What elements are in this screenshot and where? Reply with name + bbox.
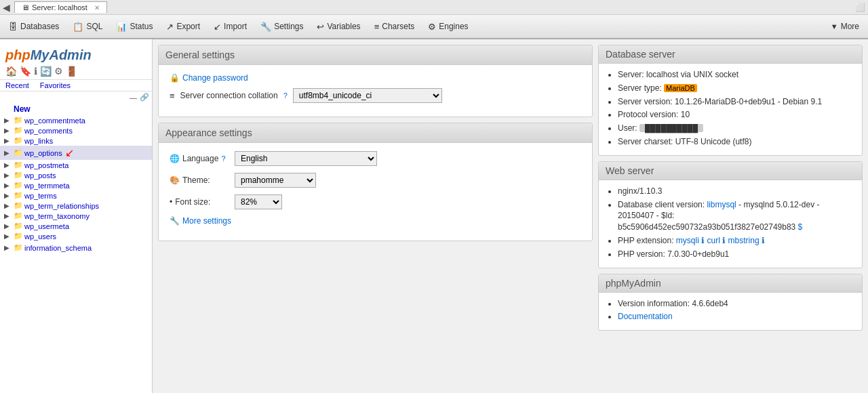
general-settings-title: General settings [165,49,235,60]
top-bar: ◀ 🖥 Server: localhost ✕ ⬜ [0,0,868,15]
web-server-body: nginx/1.10.3 Database client version: li… [599,180,862,268]
mbstring-link[interactable]: mbstring [728,236,760,245]
db-item-wp-term-relationships[interactable]: ▶ 📁 wp_term_relationships [0,201,152,211]
status-button[interactable]: 📊 Status [110,18,159,35]
change-password-link[interactable]: 🔒 Change password [170,73,248,83]
expand-icon[interactable]: ▶ [4,117,12,124]
curl-info-icon[interactable]: ℹ [722,236,726,245]
recent-tab[interactable]: Recent [0,80,35,91]
db-item-wp-options[interactable]: ▶ 📁 wp_options ↙ [0,146,152,160]
new-label: New [14,104,31,114]
charset-info: Server charset: UTF-8 Unicode (utf8) [618,136,854,148]
server-tab[interactable]: 🖥 Server: localhost ✕ [14,1,107,13]
settings-button[interactable]: 🔧 Settings [254,18,309,35]
web-server-title: Web server [606,165,654,176]
more-settings-link[interactable]: 🔧 More settings [170,216,231,226]
databases-button[interactable]: 🗄 Databases [3,18,65,35]
db-icon: 📁 [14,222,23,230]
db-item-wp-posts[interactable]: ▶ 📁 wp_posts [0,170,152,180]
db-icon: 📁 [14,201,23,210]
expand-icon[interactable]: ▶ [4,137,12,144]
user-value-masked: ██████████ [639,124,703,132]
db-item-wp-terms[interactable]: ▶ 📁 wp_terms [0,190,152,201]
import-button[interactable]: ↙ Import [208,18,253,35]
recent-favorites-bar: Recent Favorites [0,80,152,91]
db-list: ▶ 📁 wp_commentmeta ▶ 📁 wp_comments ▶ 📁 w… [0,115,152,241]
import-icon: ↙ [214,22,221,32]
language-help-icon[interactable]: ? [221,154,225,163]
collapse-all-button[interactable]: — [130,94,137,102]
expand-icon[interactable]: ▶ [4,232,12,240]
expand-icon[interactable]: ▶ [4,244,12,251]
appearance-settings-body: 🌐 Language ? English Deutsch Español Fra… [159,143,592,241]
mbstring-info-icon[interactable]: ℹ [762,236,765,245]
db-item-wp-usermeta[interactable]: ▶ 📁 wp_usermeta [0,221,152,231]
maximize-icon[interactable]: ⬜ [855,3,865,12]
bullet-icon: • [170,197,172,207]
fontsize-select[interactable]: 82% 100% 120% [235,194,282,209]
libmysql-link[interactable]: libmysql [707,200,736,209]
db-item-wp-termmeta[interactable]: ▶ 📁 wp_termmeta [0,180,152,190]
expand-icon[interactable]: ▶ [4,212,12,220]
export-button[interactable]: ↗ Export [160,18,206,35]
expand-icon[interactable]: ▶ [4,127,12,134]
theme-icon: 🎨 [170,175,180,185]
information-schema-item[interactable]: ▶ 📁 information_schema [0,243,152,253]
theme-select[interactable]: pmahomme original [235,173,316,188]
expand-icon[interactable]: ▶ [4,192,12,199]
db-item-wp-commentmeta[interactable]: ▶ 📁 wp_commentmeta [0,115,152,125]
gear-icon[interactable]: ⚙ [54,66,63,77]
server-tab-label: Server: localhost [32,3,87,12]
db-item-wp-users[interactable]: ▶ 📁 wp_users [0,231,152,241]
db-item-wp-postmeta[interactable]: ▶ 📁 wp_postmeta [0,160,152,170]
charsets-button[interactable]: ≡ Charsets [368,18,421,35]
mysqli-link[interactable]: mysqli [676,236,699,245]
back-button[interactable]: ◀ [3,2,10,13]
docs-link[interactable]: Documentation [618,312,673,321]
home-icon[interactable]: 🏠 [5,66,17,77]
expand-icon[interactable]: ▶ [4,161,12,169]
language-select[interactable]: English Deutsch Español Français [235,151,377,166]
appearance-settings-title: Appearance settings [165,127,252,138]
favorites-tab[interactable]: Favorites [35,80,76,91]
info-icon[interactable]: ℹ [34,66,37,77]
link-icon[interactable]: 🔗 [140,93,149,102]
settings-icon: 🔧 [260,22,271,32]
variables-button[interactable]: ↩ Variables [311,18,366,35]
server-version-info: Server version: 10.1.26-MariaDB-0+deb9u1… [618,96,854,108]
more-settings-row: 🔧 More settings [170,216,581,226]
db-icon: 📁 [14,126,23,135]
theme-label-area: 🎨 Theme: [170,175,231,185]
php-ext-info: PHP extension: mysqli ℹ curl ℹ mbstring … [618,235,854,247]
collation-select[interactable]: utf8mb4_unicode_ci utf8_general_ci latin… [293,88,442,103]
db-icon: 📁 [14,232,23,241]
exit-icon[interactable]: 🚪 [66,66,77,77]
mysqli-info-icon[interactable]: ℹ [701,236,705,245]
variables-icon: ↩ [317,22,324,32]
cursor-arrow-indicator: ↙ [65,146,74,159]
expand-icon[interactable]: ▶ [4,222,12,230]
close-tab-icon[interactable]: ✕ [94,4,100,12]
expand-icon[interactable]: ▶ [4,182,12,189]
engines-button[interactable]: ⚙ Engines [422,18,474,35]
db-item-wp-links[interactable]: ▶ 📁 wp_links [0,136,152,146]
db-item-wp-term-taxonomy[interactable]: ▶ 📁 wp_term_taxonomy [0,211,152,221]
new-database-item[interactable]: New [0,103,152,115]
docs-info: Documentation [618,311,854,323]
refresh-icon[interactable]: 🔄 [40,66,52,77]
db-icon: 📁 [14,136,23,145]
expand-icon[interactable]: ▶ [4,149,12,157]
curl-link[interactable]: curl [707,236,720,245]
phpmyadmin-panel-header: phpMyAdmin [599,274,862,293]
phpmyadmin-panel-body: Version information: 4.6.6deb4 Documenta… [599,293,862,331]
db-item-wp-comments[interactable]: ▶ 📁 wp_comments [0,125,152,136]
phpmyadmin-panel: phpMyAdmin Version information: 4.6.6deb… [598,274,863,331]
expand-icon[interactable]: ▶ [4,171,12,179]
expand-icon[interactable]: ▶ [4,202,12,209]
dollar-link[interactable]: $ [798,222,803,232]
bookmark-icon[interactable]: 🔖 [20,66,31,77]
content-left: General settings 🔒 Change password ≡ Ser… [158,45,593,388]
sql-button[interactable]: 📋 SQL [66,18,108,35]
more-button[interactable]: ▼ More [825,18,865,35]
collation-help-icon[interactable]: ? [283,91,288,100]
